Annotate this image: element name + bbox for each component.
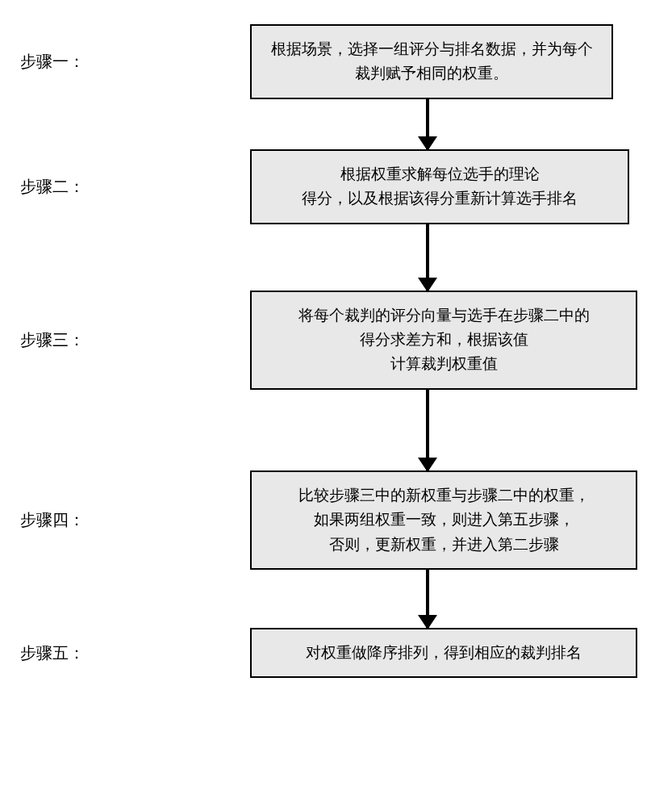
step-2-label: 步骤二： [16, 176, 89, 198]
step-4-row: 步骤四： 比较步骤三中的新权重与步骤二中的权重，如果两组权重一致，则进入第五步骤… [16, 470, 656, 570]
arrow-4-container [234, 570, 621, 628]
arrow-down-icon [426, 570, 429, 628]
step-2-row: 步骤二： 根据权重求解每位选手的理论得分，以及根据该得分重新计算选手排名 [16, 149, 656, 224]
arrow-down-icon [426, 390, 429, 470]
step-2-box: 根据权重求解每位选手的理论得分，以及根据该得分重新计算选手排名 [250, 149, 629, 224]
step-1-label: 步骤一： [16, 51, 89, 73]
arrow-down-icon [426, 99, 429, 149]
step-1-box: 根据场景，选择一组评分与排名数据，并为每个裁判赋予相同的权重。 [250, 24, 613, 99]
arrow-down-icon [426, 224, 429, 291]
step-5-box: 对权重做降序排列，得到相应的裁判排名 [250, 628, 637, 678]
step-1-row: 步骤一： 根据场景，选择一组评分与排名数据，并为每个裁判赋予相同的权重。 [16, 24, 656, 99]
step-3-box: 将每个裁判的评分向量与选手在步骤二中的得分求差方和，根据该值计算裁判权重值 [250, 291, 637, 390]
step-3-row: 步骤三： 将每个裁判的评分向量与选手在步骤二中的得分求差方和，根据该值计算裁判权… [16, 291, 656, 390]
step-4-box: 比较步骤三中的新权重与步骤二中的权重，如果两组权重一致，则进入第五步骤，否则，更… [250, 470, 637, 570]
step-4-label: 步骤四： [16, 509, 89, 531]
step-3-label: 步骤三： [16, 329, 89, 351]
step-5-label: 步骤五： [16, 642, 89, 664]
arrow-1-container [234, 99, 621, 149]
arrow-2-container [234, 224, 621, 291]
step-5-row: 步骤五： 对权重做降序排列，得到相应的裁判排名 [16, 628, 656, 678]
arrow-3-container [234, 390, 621, 470]
